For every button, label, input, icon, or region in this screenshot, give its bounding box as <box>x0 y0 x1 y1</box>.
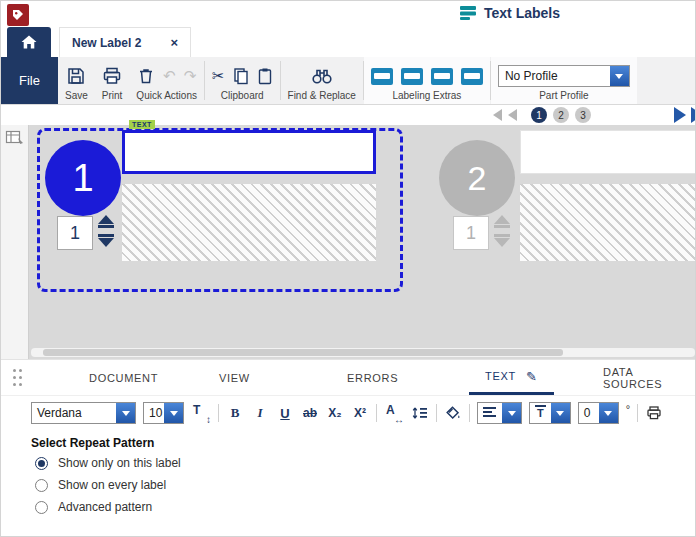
save-group-label: Save <box>65 90 88 101</box>
scrollbar-thumb[interactable] <box>43 349 563 356</box>
paste-button[interactable] <box>257 67 273 85</box>
copy-button[interactable] <box>233 67 249 85</box>
arrow-bar <box>494 234 510 237</box>
spinner-down-button[interactable] <box>494 233 510 247</box>
label-1-unprintable-area <box>122 184 376 261</box>
redo-icon[interactable]: ↷ <box>184 67 197 85</box>
radio-button-icon[interactable] <box>35 501 48 514</box>
home-icon <box>20 34 38 50</box>
home-button[interactable] <box>7 27 51 57</box>
chevron-down-icon <box>122 411 130 416</box>
document-tab[interactable]: New Label 2 × <box>59 27 191 57</box>
label-2-number-badge[interactable]: 2 <box>439 140 515 216</box>
rotation-dropdown-button[interactable] <box>599 403 618 423</box>
radio-advanced-pattern[interactable]: Advanced pattern <box>35 500 152 514</box>
pager-pages: 1 2 3 <box>493 107 591 123</box>
last-page-icon[interactable] <box>691 107 696 123</box>
underline-button[interactable]: U <box>276 403 294 423</box>
label-1-text-object[interactable] <box>122 130 376 174</box>
tab-document[interactable]: DOCUMENT <box>85 360 162 395</box>
vertical-align-dropdown-button[interactable] <box>551 403 570 423</box>
quick-actions-group: ↶ ↷ Quick Actions <box>129 57 204 104</box>
previous-page-icon[interactable] <box>508 109 517 121</box>
radio-show-every-label[interactable]: Show on every label <box>35 478 166 492</box>
vertical-align-top-icon: T <box>535 405 546 419</box>
page-3-button[interactable]: 3 <box>575 107 591 123</box>
first-page-icon[interactable] <box>493 109 502 121</box>
subscript-button[interactable]: X₂ <box>326 403 344 423</box>
paste-icon <box>257 67 273 85</box>
radio-label: Advanced pattern <box>58 500 152 514</box>
arrow-down-icon <box>494 238 510 247</box>
window-title: Text Labels <box>484 5 560 21</box>
tab-text[interactable]: TEXT ✎ <box>469 360 554 395</box>
auto-size-button[interactable]: T ↕ <box>191 403 211 423</box>
spinner-up-button[interactable] <box>494 215 510 229</box>
tab-text-label: TEXT <box>485 370 516 382</box>
font-size-dropdown-button[interactable] <box>164 403 183 423</box>
bold-button[interactable]: B <box>226 403 244 423</box>
part-profile-dropdown-button[interactable] <box>610 66 629 86</box>
part-profile-group: No Profile Part Profile <box>491 57 637 104</box>
font-family-dropdown-button[interactable] <box>116 403 135 423</box>
close-icon[interactable]: × <box>170 36 178 49</box>
tab-data-sources[interactable]: DATA SOURCES <box>599 360 695 395</box>
text-object-badge: TEXT <box>129 120 155 129</box>
horizontal-align-select[interactable] <box>477 402 522 424</box>
labeling-extras-group-label: Labeling Extras <box>392 90 461 101</box>
radio-button-icon[interactable] <box>35 457 48 470</box>
delete-button[interactable] <box>137 67 155 85</box>
radio-show-only-this-label[interactable]: Show only on this label <box>35 456 181 470</box>
degree-symbol: ° <box>626 403 630 415</box>
spinner-up-button[interactable] <box>98 215 114 229</box>
radio-label: Show only on this label <box>58 456 181 470</box>
character-spacing-button[interactable]: A ↔ <box>384 403 404 423</box>
label-setup-button[interactable] <box>5 129 25 151</box>
label-2-text-object[interactable] <box>520 130 696 174</box>
tab-view[interactable]: VIEW <box>215 360 254 395</box>
printer-icon <box>102 66 122 86</box>
next-page-icon[interactable] <box>674 107 686 123</box>
find-replace-group: Find & Replace <box>281 57 363 104</box>
line-spacing-button[interactable] <box>411 403 429 423</box>
panel-drag-handle[interactable] <box>13 369 25 387</box>
align-dropdown-button[interactable] <box>502 403 521 423</box>
strikethrough-button[interactable]: ab <box>301 403 319 423</box>
rotation-select[interactable]: 0 <box>578 402 619 424</box>
italic-button[interactable]: I <box>251 403 269 423</box>
label-barcode-extra-icon[interactable] <box>431 68 453 85</box>
font-family-select[interactable]: Verdana <box>31 402 136 424</box>
print-button[interactable] <box>102 66 122 86</box>
label-2-count-field[interactable]: 1 <box>453 216 489 250</box>
file-button[interactable]: File <box>1 57 58 104</box>
label-1-count-spinner <box>98 215 114 247</box>
find-replace-button[interactable] <box>311 67 333 85</box>
label-number-extra-icon[interactable] <box>461 68 483 85</box>
spinner-down-button[interactable] <box>98 233 114 247</box>
chevron-down-icon <box>556 411 564 416</box>
horizontal-scrollbar[interactable] <box>31 348 695 357</box>
vertical-align-select[interactable]: T <box>529 402 571 424</box>
label-1-count-field[interactable]: 1 <box>57 216 93 250</box>
part-profile-select[interactable]: No Profile <box>498 65 630 87</box>
label-canvas[interactable]: TEXT 1 1 2 1 <box>1 125 696 359</box>
label-1-number-badge[interactable]: 1 <box>45 140 121 216</box>
save-button[interactable] <box>66 66 86 86</box>
chevron-down-icon <box>170 411 178 416</box>
fill-color-button[interactable] <box>444 403 462 423</box>
superscript-button[interactable]: X² <box>351 403 369 423</box>
scissors-icon[interactable]: ✂ <box>212 67 225 85</box>
page-2-button[interactable]: 2 <box>553 107 569 123</box>
font-family-value: Verdana <box>32 406 116 420</box>
document-tab-label: New Label 2 <box>72 36 158 50</box>
undo-icon[interactable]: ↶ <box>163 67 176 85</box>
tab-errors[interactable]: ERRORS <box>343 360 402 395</box>
font-size-select[interactable]: 10 <box>143 402 184 424</box>
radio-button-icon[interactable] <box>35 479 48 492</box>
radio-label: Show on every label <box>58 478 166 492</box>
label-serial-extra-icon[interactable] <box>401 68 423 85</box>
label-text-extra-icon[interactable] <box>371 68 393 85</box>
page-1-button[interactable]: 1 <box>531 107 547 123</box>
panel-tab-bar: DOCUMENT VIEW ERRORS TEXT ✎ DATA SOURCES <box>1 360 695 396</box>
print-text-button[interactable] <box>645 403 663 423</box>
